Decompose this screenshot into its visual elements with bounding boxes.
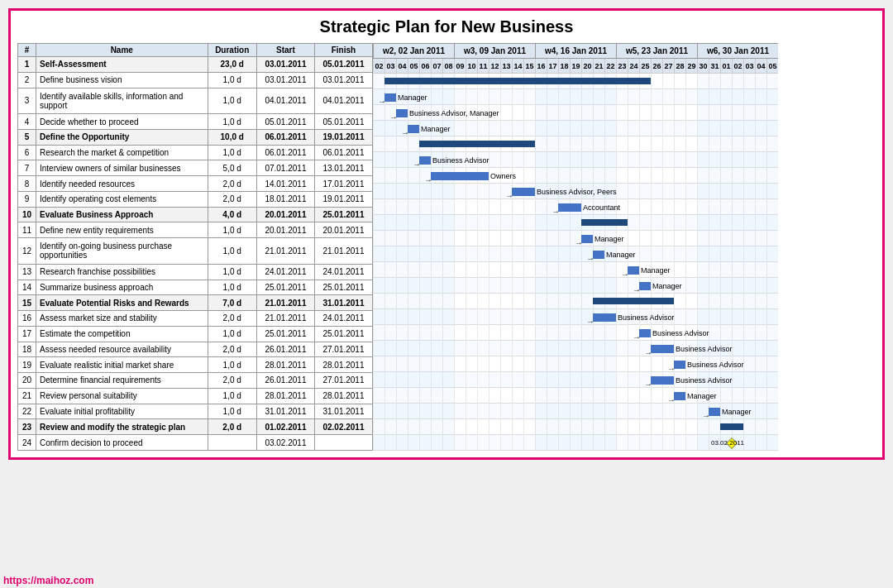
table-row: 22Evaluate initial profitability1,0 d31.… xyxy=(18,404,373,419)
gantt-arrow: → xyxy=(702,411,710,420)
cell-start: 26.01.2011 xyxy=(256,373,314,389)
gantt-day-line xyxy=(628,74,628,451)
cell-num: 1 xyxy=(18,57,36,73)
gantt-day-header: 02 xyxy=(374,59,385,74)
gantt-day-line xyxy=(685,74,686,451)
cell-start: 06.01.2011 xyxy=(256,129,314,145)
cell-start: 03.01.2011 xyxy=(256,72,314,88)
gantt-arrow: → xyxy=(389,112,398,122)
gantt-bar-label: Manager xyxy=(606,251,636,259)
cell-name: Interview owners of similar businesses xyxy=(36,160,208,176)
cell-name: Assess needed resource availability xyxy=(36,342,208,357)
table-row: 6Research the market & competition1,0 d0… xyxy=(18,145,373,160)
cell-start: 28.01.2011 xyxy=(256,388,314,404)
gantt-arrow: → xyxy=(552,207,560,216)
cell-num: 2 xyxy=(18,72,36,88)
cell-finish: 17.01.2011 xyxy=(314,176,372,192)
gantt-arrow: → xyxy=(633,332,641,342)
cell-finish: 24.01.2011 xyxy=(314,264,372,280)
cell-start: 03.01.2011 xyxy=(256,57,314,73)
table-row: 16Assess market size and stability2,0 d2… xyxy=(18,311,373,327)
gantt-body: →Manager→Business Advisor, Manager→Manag… xyxy=(373,74,778,451)
gantt-arrow: → xyxy=(644,380,652,389)
cell-num: 6 xyxy=(18,145,36,160)
gantt-day-header: 05 xyxy=(408,59,420,74)
cell-num: 14 xyxy=(18,280,36,295)
table-row: 15Evaluate Potential Risks and Rewards7,… xyxy=(18,295,373,311)
cell-num: 17 xyxy=(18,326,36,342)
cell-finish: 20.01.2011 xyxy=(314,222,372,238)
cell-duration: 1,0 d xyxy=(208,88,256,114)
gantt-bar xyxy=(651,345,674,353)
gantt-day-header: 23 xyxy=(617,59,628,74)
gantt-day-line xyxy=(639,74,640,451)
gantt-day-header: 01 xyxy=(721,59,733,74)
cell-num: 3 xyxy=(18,88,36,114)
gantt-bar xyxy=(628,266,639,275)
gantt-arrow: → xyxy=(667,364,676,373)
gantt-bar-label: 03.02.2011 xyxy=(711,439,744,447)
cell-start: 24.01.2011 xyxy=(256,264,314,280)
cell-name: Define the Opportunity xyxy=(36,129,208,145)
gantt-bar xyxy=(674,392,685,400)
cell-num: 20 xyxy=(18,373,36,389)
gantt-bar xyxy=(639,329,651,337)
gantt-day-header: 30 xyxy=(698,59,709,74)
cell-name: Confirm decision to proceed xyxy=(36,435,208,451)
table-row: 13Research franchise possibilities1,0 d2… xyxy=(18,264,373,280)
cell-num: 23 xyxy=(18,419,36,435)
cell-num: 8 xyxy=(18,176,36,192)
cell-num: 15 xyxy=(18,295,36,311)
gantt-day-line xyxy=(523,74,524,451)
cell-start: 20.01.2011 xyxy=(256,207,314,222)
gantt-bar xyxy=(651,376,674,385)
cell-name: Review and modify the strategic plan xyxy=(36,419,208,435)
gantt-bar xyxy=(581,235,593,243)
gantt-day-line xyxy=(512,74,513,451)
gantt-bar xyxy=(384,93,396,102)
table-row: 3Identify available skills, information … xyxy=(18,88,373,114)
cell-start: 01.02.2011 xyxy=(256,419,314,435)
col-finish: Finish xyxy=(314,44,372,57)
cell-start: 18.01.2011 xyxy=(256,191,314,207)
outer-border: Strategic Plan for New Business # Name D… xyxy=(8,8,885,460)
gantt-bar-label: Business Advisor xyxy=(618,313,675,322)
gantt-bar-label: Manager xyxy=(398,93,427,102)
gantt-bar xyxy=(396,109,408,117)
table-row: 1Self-Assessment23,0 d03.01.201105.01.20… xyxy=(18,57,373,73)
gantt-day-header: 15 xyxy=(524,59,536,74)
gantt-day-line xyxy=(662,74,663,451)
gantt-arrow: → xyxy=(644,348,652,357)
cell-name: Estimate the competition xyxy=(36,326,208,342)
gantt-bar-label: Manager xyxy=(641,266,671,275)
cell-num: 19 xyxy=(18,357,36,373)
cell-duration xyxy=(208,435,256,451)
gantt-day-header: 04 xyxy=(397,59,408,74)
gantt-arrow: → xyxy=(424,175,432,184)
gantt-day-header: 22 xyxy=(605,59,617,74)
cell-start: 21.01.2011 xyxy=(256,295,314,311)
cell-start: 26.01.2011 xyxy=(256,342,314,357)
cell-start: 04.01.2011 xyxy=(256,88,314,114)
cell-finish xyxy=(314,435,372,451)
cell-start: 20.01.2011 xyxy=(256,222,314,238)
cell-finish: 19.01.2011 xyxy=(314,191,372,207)
gantt-day-header: 13 xyxy=(501,59,513,74)
gantt-header-table: w2, 02 Jan 2011w3, 09 Jan 2011w4, 16 Jan… xyxy=(373,43,778,74)
cell-name: Evaluate Potential Risks and Rewards xyxy=(36,295,208,311)
cell-duration: 1,0 d xyxy=(208,404,256,419)
cell-finish: 25.01.2011 xyxy=(314,326,372,342)
gantt-bar xyxy=(419,141,535,147)
table-row: 2Define business vision1,0 d03.01.201103… xyxy=(18,72,373,88)
table-row: 23Review and modify the strategic plan2,… xyxy=(18,419,373,435)
gantt-arrow: → xyxy=(621,270,629,279)
cell-name: Identify operating cost elements xyxy=(36,191,208,207)
cell-name: Evaluate initial profitability xyxy=(36,404,208,419)
table-row: 8Identify needed resources2,0 d14.01.201… xyxy=(18,176,373,192)
gantt-bar xyxy=(593,298,674,304)
cell-num: 21 xyxy=(18,388,36,404)
col-start: Start xyxy=(256,44,314,57)
cell-finish: 05.01.2011 xyxy=(314,57,372,73)
table-row: 9Identify operating cost elements2,0 d18… xyxy=(18,191,373,207)
cell-name: Determine financial requirements xyxy=(36,373,208,389)
